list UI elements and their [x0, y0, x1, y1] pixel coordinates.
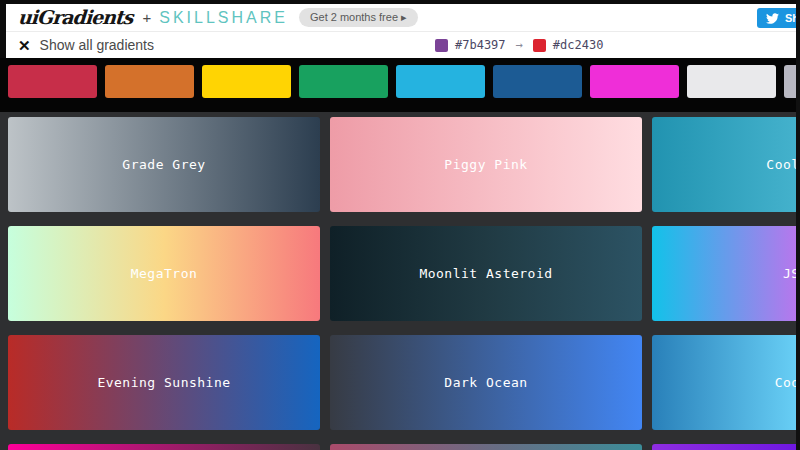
arrow-right-icon: →: [516, 38, 523, 52]
promo-pill-button[interactable]: Get 2 months free ▸: [299, 8, 418, 27]
gradient-name: MegaTron: [131, 266, 198, 281]
top-header: uiGradients + SKILLSHARE Get 2 months fr…: [6, 4, 796, 31]
gradient-card-jshine[interactable]: JShine: [652, 226, 800, 321]
color-filter-cyan[interactable]: [396, 65, 485, 98]
window-right-edge: [796, 0, 800, 450]
gradient-card-cool-blues[interactable]: Cool Blues: [652, 117, 800, 212]
to-hex-code: #dc2430: [553, 38, 604, 52]
gradient-card-evening-sunshine[interactable]: Evening Sunshine: [8, 335, 320, 430]
gradient-gallery: Grade GreyPiggy PinkCool BluesMegaTronMo…: [0, 112, 800, 450]
gradient-name: Piggy Pink: [444, 157, 527, 172]
gradient-card-cool-sky[interactable]: Cool Sky: [652, 335, 800, 430]
color-filter-strip: [0, 58, 800, 112]
twitter-bird-icon: [766, 12, 779, 25]
plus-separator: +: [142, 9, 151, 26]
selected-gradient-hex-display: #7b4397 → #dc2430: [435, 32, 603, 58]
color-filter-red[interactable]: [8, 65, 97, 98]
show-all-gradients-toggle[interactable]: ✕ Show all gradients: [18, 37, 154, 53]
gradient-card-grade-grey[interactable]: Grade Grey: [8, 117, 320, 212]
gradient-card-amin[interactable]: Amin: [652, 444, 800, 450]
gradient-card-dark-ocean[interactable]: Dark Ocean: [330, 335, 642, 430]
from-hex-code: #7b4397: [455, 38, 506, 52]
uigradients-logo[interactable]: uiGradients: [17, 8, 133, 27]
gradient-card-moonlit-asteroid[interactable]: Moonlit Asteroid: [330, 226, 642, 321]
gradient-name: Moonlit Asteroid: [419, 266, 552, 281]
close-icon: ✕: [18, 38, 31, 53]
gradient-card-yoda[interactable]: Yoda: [8, 444, 320, 450]
gradient-name: Evening Sunshine: [97, 375, 230, 390]
color-filter-white[interactable]: [687, 65, 776, 98]
gradient-name: Dark Ocean: [444, 375, 527, 390]
color-filter-yellow[interactable]: [202, 65, 291, 98]
gradient-card-memariani[interactable]: Memariani: [330, 444, 642, 450]
gradient-card-piggy-pink[interactable]: Piggy Pink: [330, 117, 642, 212]
color-filter-magenta[interactable]: [590, 65, 679, 98]
color-filter-green[interactable]: [299, 65, 388, 98]
from-color-swatch: [435, 39, 448, 52]
gradient-name: Grade Grey: [122, 157, 205, 172]
to-color-swatch: [533, 39, 546, 52]
color-filter-navy[interactable]: [493, 65, 582, 98]
gradient-name: Cool Blues: [766, 157, 800, 172]
gradient-toolbar: ✕ Show all gradients #7b4397 → #dc2430: [6, 31, 796, 58]
gradient-grid: Grade GreyPiggy PinkCool BluesMegaTronMo…: [0, 112, 800, 450]
skillshare-logo[interactable]: SKILLSHARE: [159, 10, 288, 26]
show-all-gradients-label: Show all gradients: [40, 37, 154, 53]
color-filter-orange[interactable]: [105, 65, 194, 98]
gradient-card-megatron[interactable]: MegaTron: [8, 226, 320, 321]
share-on-twitter-button[interactable]: Share on Twitter: [757, 8, 800, 28]
